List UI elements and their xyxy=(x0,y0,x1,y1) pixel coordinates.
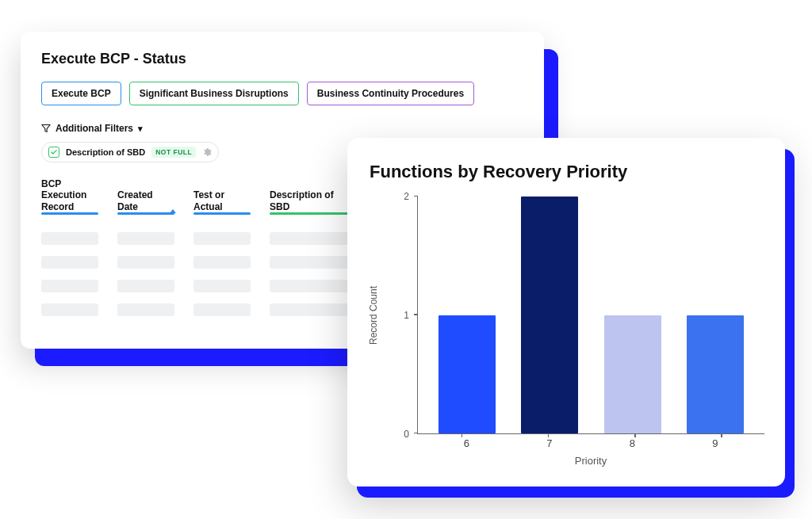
xtick-label: 7 xyxy=(546,437,552,452)
column-bcp-execution-record[interactable]: BCP Execution Record xyxy=(41,178,98,221)
chart-card: Functions by Recovery Priority Record Co… xyxy=(347,138,785,487)
additional-filters-label: Additional Filters xyxy=(56,123,133,134)
column-label: Description of SBD xyxy=(270,189,355,212)
bar-9 xyxy=(687,315,744,434)
filter-chip-description-of-sbd[interactable]: Description of SBD NOT FULL xyxy=(41,142,219,162)
bar-7 xyxy=(521,197,578,433)
table-cell-placeholder xyxy=(193,256,251,269)
table-cell-placeholder xyxy=(193,232,251,245)
bar-6 xyxy=(439,315,496,434)
xtick-label: 6 xyxy=(464,437,469,452)
pill-bcp-procedures[interactable]: Business Continuity Procedures xyxy=(307,82,474,105)
table-cell-placeholder xyxy=(117,256,174,269)
table-cell-placeholder xyxy=(41,256,98,269)
table-cell-placeholder xyxy=(41,303,98,316)
table-cell-placeholder xyxy=(193,280,251,292)
column-label: Created Date xyxy=(117,189,153,212)
additional-filters-toggle[interactable]: Additional Filters ▾ xyxy=(41,123,523,134)
checkbox-icon xyxy=(48,147,59,158)
filter-chip-badge: NOT FULL xyxy=(151,147,196,158)
chart-yticks: 012 xyxy=(395,197,412,434)
xtick-label: 8 xyxy=(630,437,635,452)
table-cell-placeholder xyxy=(117,232,174,245)
chart-bars xyxy=(418,197,764,433)
chevron-down-icon: ▾ xyxy=(138,124,143,134)
table-cell-placeholder xyxy=(41,232,98,245)
chart-xticks: 6789 xyxy=(417,434,764,452)
column-test-or-actual[interactable]: Test or Actual xyxy=(193,189,251,221)
table-cell-placeholder xyxy=(117,280,174,292)
xtick-label: 9 xyxy=(712,437,718,452)
column-label: Test or Actual xyxy=(193,189,224,212)
pill-sbd[interactable]: Significant Business Disruptions xyxy=(129,82,299,105)
chart-area: Record Count 012 6789 Priority xyxy=(368,197,764,472)
gear-icon[interactable] xyxy=(202,147,212,157)
chart-plot xyxy=(417,197,764,434)
category-pills: Execute BCP Significant Business Disrupt… xyxy=(41,82,523,105)
page-title: Execute BCP - Status xyxy=(41,51,523,67)
table-cell-placeholder xyxy=(117,303,174,316)
funnel-icon xyxy=(41,124,51,133)
chart-ylabel: Record Count xyxy=(368,197,390,434)
table-cell-placeholder xyxy=(193,303,251,316)
bar-8 xyxy=(604,315,661,434)
chart-title: Functions by Recovery Priority xyxy=(370,162,764,182)
table-cell-placeholder xyxy=(41,280,98,292)
column-created-date[interactable]: Created Date xyxy=(117,189,174,221)
column-label: BCP Execution Record xyxy=(41,178,86,212)
chart-xlabel: Priority xyxy=(417,452,764,472)
filter-chip-label: Description of SBD xyxy=(66,147,145,157)
pill-execute-bcp[interactable]: Execute BCP xyxy=(41,82,121,105)
